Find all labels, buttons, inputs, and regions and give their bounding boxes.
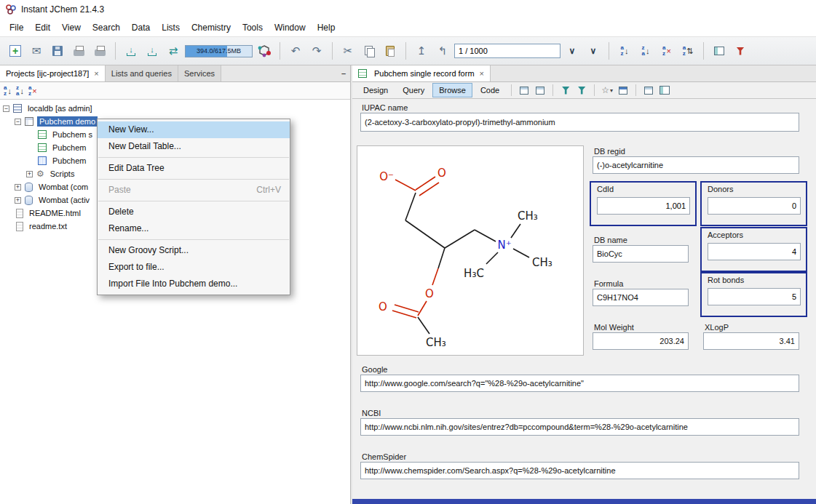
- tree-row-localdb[interactable]: − localdb [as admin]: [0, 102, 350, 115]
- redo-button[interactable]: ↷: [307, 41, 326, 60]
- tree-label[interactable]: localdb [as admin]: [25, 103, 95, 113]
- export-button[interactable]: ↓: [143, 41, 162, 60]
- menu-tools[interactable]: Tools: [237, 20, 269, 36]
- print-preview-button[interactable]: [90, 41, 109, 60]
- copy-button[interactable]: [360, 41, 379, 60]
- menu-help[interactable]: Help: [312, 20, 341, 36]
- tree-label-selected[interactable]: Pubchem demo: [37, 116, 98, 127]
- tree-label[interactable]: Pubchem: [50, 143, 88, 153]
- maximize-view-button[interactable]: [657, 84, 672, 97]
- tab-projects[interactable]: Projects [ijc-project187] ×: [0, 65, 106, 81]
- first-record-button[interactable]: ↥: [412, 41, 431, 60]
- table-columns-button[interactable]: [616, 84, 630, 97]
- paste-button[interactable]: [381, 41, 400, 60]
- menu-edit[interactable]: Edit: [29, 20, 56, 36]
- collapse-icon[interactable]: −: [15, 119, 21, 125]
- close-icon[interactable]: ×: [480, 69, 484, 78]
- context-menu-item-new-view[interactable]: New View...: [98, 121, 290, 138]
- google-url-field[interactable]: [360, 375, 799, 392]
- tree-label[interactable]: readme.txt: [27, 221, 69, 231]
- expand-icon[interactable]: +: [15, 197, 21, 204]
- horizontal-scrollbar[interactable]: [352, 499, 816, 504]
- new-window-button[interactable]: [710, 41, 729, 60]
- menu-file[interactable]: File: [4, 20, 29, 36]
- tree-label[interactable]: Pubchem s: [50, 129, 95, 140]
- menu-lists[interactable]: Lists: [156, 20, 186, 36]
- previous-record-button[interactable]: ↰: [433, 41, 452, 60]
- context-menu-item-edit-data-tree[interactable]: Edit Data Tree: [98, 160, 290, 177]
- cut-button[interactable]: ✂: [338, 41, 357, 60]
- edit-filter-button[interactable]: [574, 84, 589, 97]
- filter-button[interactable]: [558, 84, 573, 97]
- tree-label[interactable]: README.html: [27, 208, 83, 218]
- view-query-button[interactable]: Query: [396, 83, 431, 97]
- expand-icon[interactable]: +: [26, 171, 33, 177]
- tree-label[interactable]: Pubchem: [50, 156, 88, 166]
- view-browse-button[interactable]: Browse: [432, 83, 472, 97]
- context-menu-item-new-detail-table[interactable]: New Detail Table...: [98, 138, 290, 155]
- memory-indicator[interactable]: 394.0/617.5MB: [185, 45, 253, 57]
- collapse-icon[interactable]: −: [3, 105, 9, 112]
- layout-button[interactable]: [641, 84, 656, 97]
- db-regid-field[interactable]: [593, 156, 799, 174]
- clear-filter-button[interactable]: [731, 41, 750, 60]
- db-name-field[interactable]: [593, 245, 689, 263]
- tree-label[interactable]: Wombat (activ: [36, 195, 92, 205]
- sort-descending-button[interactable]: za↓: [636, 41, 655, 60]
- menu-bar: File Edit View Search Data Lists Chemist…: [0, 18, 816, 36]
- context-menu-item-export-to-file[interactable]: Export to file...: [98, 259, 290, 276]
- chemaxon-button[interactable]: [255, 41, 274, 60]
- edit-grid-button[interactable]: [517, 84, 531, 97]
- save-button[interactable]: [48, 41, 67, 60]
- context-menu-item-delete[interactable]: Delete: [98, 204, 290, 220]
- tab-lists-and-queries[interactable]: Lists and queries: [106, 65, 178, 81]
- iupac-name-field[interactable]: [360, 113, 799, 132]
- favorites-button[interactable]: ☆▾: [600, 84, 614, 97]
- menu-data[interactable]: Data: [126, 20, 156, 36]
- menu-view[interactable]: View: [56, 20, 87, 36]
- advanced-sort-button[interactable]: az⇅: [678, 41, 697, 60]
- chemspider-url-field[interactable]: [360, 462, 799, 479]
- close-icon[interactable]: ×: [94, 69, 98, 78]
- switch-schema-button[interactable]: ⇄: [164, 41, 183, 60]
- context-menu-item-new-groovy-script[interactable]: New Groovy Script...: [98, 242, 290, 259]
- import-button[interactable]: ↓: [122, 41, 140, 60]
- formula-field[interactable]: [593, 289, 689, 306]
- menu-window[interactable]: Window: [269, 20, 312, 36]
- undo-button[interactable]: ↶: [286, 41, 305, 60]
- cdid-field[interactable]: [597, 197, 690, 215]
- context-menu-item-rename[interactable]: Rename...: [98, 220, 290, 237]
- rot-bonds-field[interactable]: [708, 288, 801, 305]
- new-item-button[interactable]: +: [6, 41, 25, 60]
- tree-label[interactable]: Scripts: [48, 169, 77, 179]
- mol-weight-field[interactable]: [593, 332, 689, 350]
- tab-services[interactable]: Services: [178, 65, 221, 81]
- xlogp-field[interactable]: [703, 332, 799, 350]
- menu-chemistry[interactable]: Chemistry: [186, 20, 237, 36]
- last-record-button[interactable]: ∨: [584, 41, 603, 60]
- tree-label[interactable]: Wombat (com: [36, 182, 90, 192]
- tree-sort-descending-button[interactable]: za↓: [16, 84, 24, 98]
- toolbar-separator: [280, 42, 280, 60]
- minimize-panel-button[interactable]: –: [337, 65, 350, 81]
- tree-clear-sort-button[interactable]: az×: [28, 84, 37, 98]
- menu-search[interactable]: Search: [87, 20, 126, 36]
- view-code-button[interactable]: Code: [474, 83, 506, 97]
- ncbi-url-field[interactable]: [360, 418, 799, 436]
- acceptors-field[interactable]: [708, 243, 801, 260]
- show-grid-button[interactable]: [533, 84, 547, 97]
- structure-viewer[interactable]: O⁻ O N⁺ CH₃ CH₃ H₃C O O CH₃: [357, 145, 584, 356]
- sort-ascending-button[interactable]: az↓: [615, 41, 634, 60]
- context-menu-item-import-file[interactable]: Import File Into Pubchem demo...: [98, 276, 290, 292]
- next-record-button[interactable]: ∨: [563, 41, 582, 60]
- tab-pubchem-single-record-form[interactable]: Pubchem single record form ×: [352, 65, 491, 81]
- print-button[interactable]: [69, 41, 88, 60]
- record-position-input[interactable]: [454, 44, 560, 58]
- open-button[interactable]: ✉: [27, 41, 46, 60]
- tree-sort-ascending-button[interactable]: az↓: [4, 84, 12, 98]
- expand-icon[interactable]: +: [15, 184, 21, 191]
- clear-sort-button[interactable]: az×: [657, 41, 676, 60]
- view-design-button[interactable]: Design: [357, 83, 395, 97]
- donors-field[interactable]: [708, 197, 801, 215]
- tab-bar-filler: [491, 65, 816, 81]
